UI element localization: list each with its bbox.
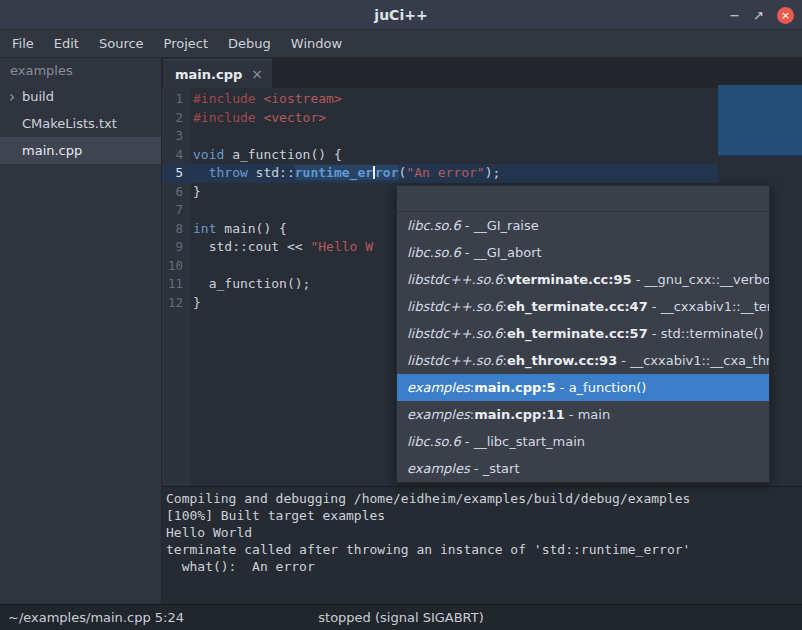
frame-function: __gnu_cxx::__verbos (645, 272, 769, 287)
frame-function: std::terminate() (661, 326, 764, 341)
frame-function: __libc_start_main (474, 434, 585, 449)
titlebar: juCi++ − ↗ × (0, 0, 802, 30)
frame-file-line: main.cpp:5 (474, 380, 556, 395)
menu-item-window[interactable]: Window (281, 30, 352, 57)
line-number[interactable]: 11 (162, 275, 191, 294)
maximize-button[interactable]: ↗ (753, 9, 764, 22)
code-text: #include <iostream> (193, 90, 342, 109)
line-number[interactable]: 4 (162, 146, 191, 165)
backtrace-frame[interactable]: examples:main.cpp:5 - a_function() (397, 374, 769, 401)
backtrace-list: libc.so.6 - __GI_raiselibc.so.6 - __GI_a… (397, 212, 769, 482)
output-line: [100%] Built target examples (166, 507, 798, 524)
sidebar-item-build[interactable]: ›build (0, 83, 161, 110)
editor-tooltip-box (718, 85, 802, 156)
tab-main-cpp[interactable]: main.cpp × (163, 59, 272, 88)
line-number[interactable]: 7 (162, 201, 191, 220)
chevron-right-icon[interactable]: › (4, 88, 20, 106)
menu-item-edit[interactable]: Edit (44, 30, 89, 57)
line-number[interactable]: 9 (162, 238, 191, 257)
frame-library: libc.so.6 (407, 434, 461, 449)
menu-item-debug[interactable]: Debug (218, 30, 281, 57)
tab-bar: main.cpp × (162, 58, 802, 88)
menu-item-project[interactable]: Project (154, 30, 218, 57)
code-text: a_function(); (193, 275, 310, 294)
tree-item-label: CMakeLists.txt (20, 116, 117, 131)
code-text: void a_function() { (193, 146, 342, 165)
backtrace-frame[interactable]: libstdc++.so.6:eh_terminate.cc:57 - std:… (397, 320, 769, 347)
backtrace-popup-header (397, 186, 769, 212)
sidebar-item-cmakelists-txt[interactable]: CMakeLists.txt (0, 110, 161, 137)
frame-file-line: eh_throw.cc:93 (507, 353, 617, 368)
frame-library: examples (407, 461, 470, 476)
frame-library: libc.so.6 (407, 245, 461, 260)
output-line: Hello World (166, 524, 798, 541)
code-text: #include <vector> (193, 109, 326, 128)
tree-item-label: build (20, 89, 54, 104)
close-icon: × (781, 10, 790, 21)
window-title: juCi++ (374, 7, 427, 23)
tab-label: main.cpp (175, 67, 242, 82)
code-text: throw std::runtime_error("An error"); (193, 164, 500, 183)
editor-line[interactable]: 5 throw std::runtime_error("An error"); (162, 164, 802, 183)
frame-function: __cxxabiv1::__term (661, 299, 769, 314)
backtrace-frame[interactable]: examples - _start (397, 455, 769, 482)
output-line: terminate called after throwing an insta… (166, 541, 798, 558)
line-number[interactable]: 1 (162, 90, 191, 109)
window-controls: − ↗ × (729, 0, 794, 30)
frame-function: __GI_abort (474, 245, 542, 260)
close-button[interactable]: × (777, 7, 794, 24)
line-number[interactable]: 10 (162, 257, 191, 276)
frame-file-line: vterminate.cc:95 (507, 272, 632, 287)
frame-function: __cxxabiv1::__cxa_thro (630, 353, 769, 368)
file-tree: ›buildCMakeLists.txtmain.cpp (0, 83, 161, 164)
backtrace-frame[interactable]: examples:main.cpp:11 - main (397, 401, 769, 428)
code-text: std::cout << "Hello W (193, 238, 373, 257)
backtrace-frame[interactable]: libstdc++.so.6:eh_throw.cc:93 - __cxxabi… (397, 347, 769, 374)
backtrace-frame[interactable]: libc.so.6 - __GI_raise (397, 212, 769, 239)
frame-library: libstdc++.so.6 (407, 326, 503, 341)
line-number[interactable]: 5 (162, 164, 191, 183)
frame-function: __GI_raise (474, 218, 539, 233)
frame-file-line: main.cpp:11 (474, 407, 565, 422)
editor-line[interactable]: 1#include <iostream> (162, 90, 802, 109)
backtrace-popup: libc.so.6 - __GI_raiselibc.so.6 - __GI_a… (396, 185, 770, 483)
frame-library: examples (407, 380, 470, 395)
status-bar: ~/examples/main.cpp 5:24 stopped (signal… (0, 604, 802, 630)
tree-item-label: main.cpp (20, 143, 82, 158)
frame-library: libc.so.6 (407, 218, 461, 233)
frame-file-line: eh_terminate.cc:57 (507, 326, 648, 341)
menu-item-file[interactable]: File (2, 30, 44, 57)
backtrace-frame[interactable]: libstdc++.so.6:eh_terminate.cc:47 - __cx… (397, 293, 769, 320)
menu-item-source[interactable]: Source (89, 30, 154, 57)
sidebar-header: examples (0, 58, 161, 83)
backtrace-frame[interactable]: libc.so.6 - __GI_abort (397, 239, 769, 266)
line-number[interactable]: 12 (162, 294, 191, 313)
output-line: Compiling and debugging /home/eidheim/ex… (166, 490, 798, 507)
backtrace-frame[interactable]: libc.so.6 - __libc_start_main (397, 428, 769, 455)
frame-library: libstdc++.so.6 (407, 272, 503, 287)
app-window: juCi++ − ↗ × FileEditSourceProjectDebugW… (0, 0, 802, 630)
status-debug-state: stopped (signal SIGABRT) (0, 605, 802, 630)
line-number[interactable]: 2 (162, 109, 191, 128)
sidebar: examples ›buildCMakeLists.txtmain.cpp (0, 58, 162, 604)
frame-function: main (578, 407, 610, 422)
frame-library: libstdc++.so.6 (407, 299, 503, 314)
frame-library: libstdc++.so.6 (407, 353, 503, 368)
tab-close-icon[interactable]: × (251, 66, 263, 82)
line-number[interactable]: 3 (162, 127, 191, 146)
sidebar-item-main-cpp[interactable]: main.cpp (0, 137, 161, 164)
frame-function: _start (483, 461, 520, 476)
output-panel: Compiling and debugging /home/eidheim/ex… (162, 486, 802, 604)
editor-line[interactable]: 4void a_function() { (162, 146, 802, 165)
editor-line[interactable]: 2#include <vector> (162, 109, 802, 128)
backtrace-frame[interactable]: libstdc++.so.6:vterminate.cc:95 - __gnu_… (397, 266, 769, 293)
line-number[interactable]: 8 (162, 220, 191, 239)
menubar: FileEditSourceProjectDebugWindow (0, 30, 802, 58)
frame-library: examples (407, 407, 470, 422)
code-text: int main() { (193, 220, 287, 239)
line-number[interactable]: 6 (162, 183, 191, 202)
minimize-button[interactable]: − (729, 9, 740, 22)
code-text: } (193, 294, 201, 313)
output-line: what(): An error (166, 558, 798, 575)
editor-line[interactable]: 3 (162, 127, 802, 146)
